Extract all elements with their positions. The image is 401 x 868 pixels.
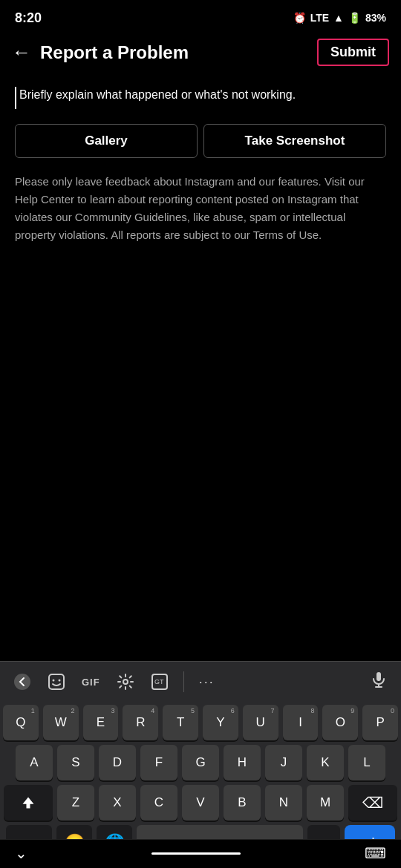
key-l[interactable]: L	[348, 745, 385, 780]
key-m[interactable]: M	[307, 785, 344, 821]
key-p[interactable]: 0P	[362, 705, 398, 740]
main-content: Briefly explain what happened or what's …	[0, 75, 401, 256]
keyboard-icon[interactable]: ⌨	[365, 844, 386, 862]
translate-icon: GT	[151, 673, 169, 691]
toolbar-right	[362, 666, 395, 697]
shift-icon	[21, 795, 36, 810]
action-buttons-row: Gallery Take Screenshot	[15, 124, 386, 158]
key-j[interactable]: J	[265, 745, 302, 780]
lte-label: LTE	[310, 12, 329, 24]
svg-rect-1	[49, 674, 64, 689]
key-t[interactable]: 5T	[163, 705, 198, 740]
key-v[interactable]: V	[182, 785, 219, 821]
svg-point-0	[14, 674, 30, 690]
back-button[interactable]: ←	[12, 41, 31, 64]
svg-point-4	[123, 680, 128, 684]
shift-button[interactable]	[4, 785, 53, 821]
key-q[interactable]: 1Q	[3, 705, 39, 740]
key-w[interactable]: 2W	[43, 705, 79, 740]
key-a[interactable]: A	[16, 745, 53, 780]
key-e[interactable]: 3E	[83, 705, 119, 740]
key-row-3: Z X C V B N M ⌫	[3, 785, 398, 821]
status-bar: 8:20 ⏰ LTE ▲ 🔋 83%	[0, 0, 401, 33]
svg-rect-7	[376, 672, 381, 681]
delete-button[interactable]: ⌫	[348, 785, 397, 821]
take-screenshot-button[interactable]: Take Screenshot	[203, 124, 386, 158]
submit-button[interactable]: Submit	[317, 39, 389, 66]
gif-label: GIF	[82, 677, 100, 688]
battery-percent: 83%	[365, 12, 386, 24]
page-title: Report a Problem	[40, 42, 189, 63]
key-h[interactable]: H	[224, 745, 261, 780]
toolbar-divider	[183, 671, 184, 692]
nav-indicator	[151, 852, 241, 855]
translate-button[interactable]: GT	[143, 668, 176, 695]
key-d[interactable]: D	[99, 745, 136, 780]
key-o[interactable]: 9O	[322, 705, 358, 740]
key-g[interactable]: G	[182, 745, 219, 780]
key-f[interactable]: F	[140, 745, 177, 780]
key-n[interactable]: N	[265, 785, 302, 821]
key-x[interactable]: X	[99, 785, 136, 821]
description-placeholder[interactable]: Briefly explain what happened or what's …	[15, 87, 386, 109]
key-row-1: 1Q 2W 3E 4R 5T 6Y 7U 8I 9O 0P	[3, 705, 398, 740]
key-i[interactable]: 8I	[283, 705, 319, 740]
key-u[interactable]: 7U	[243, 705, 278, 740]
info-text: Please only leave feedback about Instagr…	[15, 173, 386, 244]
battery-icon: 🔋	[348, 12, 361, 24]
alarm-icon: ⏰	[293, 12, 306, 24]
key-z[interactable]: Z	[57, 785, 94, 821]
key-row-2: A S D F G H J K L	[3, 745, 398, 780]
mic-icon	[370, 671, 388, 688]
svg-point-3	[59, 680, 61, 682]
key-r[interactable]: 4R	[123, 705, 158, 740]
keyboard-settings-button[interactable]	[109, 668, 142, 695]
sticker-icon	[48, 673, 65, 691]
header-left: ← Report a Problem	[12, 41, 189, 64]
settings-icon	[117, 673, 134, 691]
nav-chevron-icon[interactable]: ⌄	[15, 844, 27, 862]
keyboard-area: GIF GT ···	[0, 661, 401, 868]
signal-icon: ▲	[333, 12, 344, 24]
keyboard-toolbar: GIF GT ···	[0, 661, 401, 702]
status-time: 8:20	[15, 10, 42, 26]
keyboard-back-button[interactable]	[6, 668, 39, 695]
key-y[interactable]: 6Y	[203, 705, 238, 740]
sticker-button[interactable]	[40, 668, 73, 695]
key-b[interactable]: B	[224, 785, 261, 821]
svg-text:GT: GT	[154, 678, 164, 685]
keyboard-toolbar-left: GIF GT ···	[6, 668, 222, 695]
key-s[interactable]: S	[57, 745, 94, 780]
svg-point-2	[53, 680, 55, 682]
navigation-bar: ⌄ ⌨	[0, 839, 401, 868]
mic-button[interactable]	[362, 666, 395, 697]
key-k[interactable]: K	[307, 745, 344, 780]
more-button[interactable]: ···	[192, 670, 222, 694]
dots-icon: ···	[199, 674, 215, 690]
chevron-left-icon	[13, 673, 31, 691]
gif-button[interactable]: GIF	[74, 672, 108, 692]
gallery-button[interactable]: Gallery	[15, 124, 198, 158]
key-c[interactable]: C	[140, 785, 177, 821]
status-icons: ⏰ LTE ▲ 🔋 83%	[293, 12, 386, 24]
page-header: ← Report a Problem Submit	[0, 33, 401, 75]
